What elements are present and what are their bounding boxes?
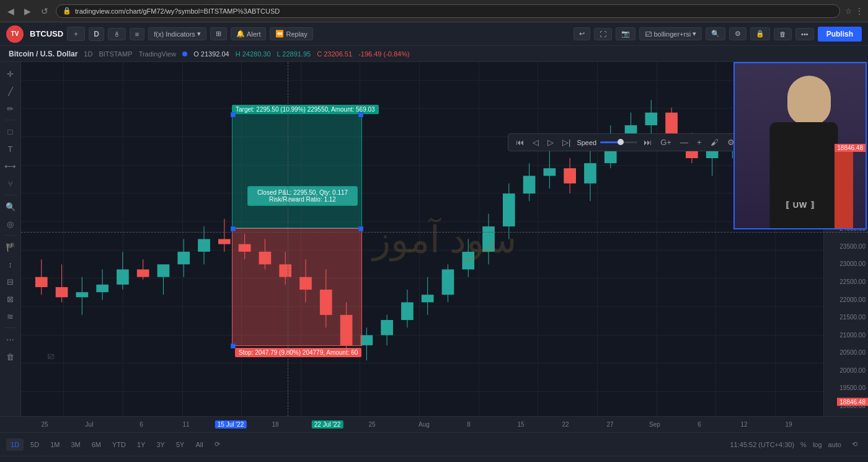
compare-replay-btn[interactable]: ⟳ [210,438,224,451]
time-label: 15 Jul '22 [215,420,247,429]
svg-rect-5 [76,292,89,297]
handle-tr[interactable] [358,112,363,117]
publish-button[interactable]: Publish [818,27,862,42]
replay-paint-btn[interactable]: 🖌 [708,136,721,148]
handle-bl2[interactable] [231,344,236,349]
lock-button[interactable]: 🔒 [750,27,770,40]
bollinger-label[interactable]: 🗠 bollinger+rsi ▾ [639,27,702,40]
ruler-tool[interactable]: ⊟ [2,273,19,290]
brush-tool[interactable]: ✏ [2,100,19,117]
back-button[interactable]: ◀ [5,5,17,17]
settings-button[interactable]: ⚙ [729,27,746,40]
time-label: Jul [86,421,94,428]
replay-play-btn[interactable]: ▷ [545,136,556,148]
timeframe-6m[interactable]: 6M [87,438,105,451]
magnet-tool[interactable]: ◎ [2,216,19,232]
replay-plus-btn[interactable]: + [694,136,704,148]
target-zone [232,113,362,228]
add-symbol-button[interactable]: ＋ [67,27,85,41]
alert-tool[interactable]: 🏴 [2,239,19,255]
price-label: 22500.00 [839,278,866,285]
cursor-tool[interactable]: ✛ [2,66,19,82]
alert-button[interactable]: 🔔 Alert [231,27,267,40]
timeframe-all[interactable]: All [191,438,207,451]
main-area: ✛ ╱ ✏ □ T ⟷ ⑂ 🔍 ◎ 🏴 ↕ ⊟ ⊠ ≋ ⋯ 🗑 سود آموز… [0,62,868,416]
browser-bar: ◀ ▶ ↺ 🔒 tradingview.com/chart/gFM72/wy?s… [0,0,868,22]
timeframe-5y[interactable]: 5Y [172,438,188,451]
timeframe-1y[interactable]: 1Y [133,438,149,451]
indicator-tool[interactable]: ⋯ [2,331,19,347]
interval-button[interactable]: D [89,27,104,41]
fullscreen-button[interactable]: ⛶ [594,28,612,40]
chart-area[interactable]: سود آموز ⏮ ◁ ▷ ▷| Speed ⏭ G+ — + 🖌 ⚙ 🔒 🗑… [21,62,868,416]
symbol-bar: Bitcoin / U.S. Dollar 1D BITSTAMP Tradin… [0,46,868,62]
fib-tool[interactable]: ⊠ [2,291,19,307]
pattern-tool[interactable]: ≋ [2,308,19,324]
text-tool[interactable]: T [2,141,19,157]
timeframe-5d[interactable]: 5D [26,438,43,451]
zoom-tool[interactable]: 🔍 [2,198,19,215]
refresh-button[interactable]: ↺ [38,5,51,17]
source-display: TradingView [139,50,177,58]
auto-btn[interactable]: ⟲ [848,438,862,451]
snapshot-button[interactable]: 📷 [616,27,636,40]
star-icon[interactable]: ☆ [845,7,852,16]
replay-controls-btn[interactable]: G+ [658,136,674,148]
templates-button[interactable]: ⊞ [210,27,227,40]
timeframe-3y[interactable]: 3Y [152,438,169,451]
search-button[interactable]: 🔍 [706,27,725,40]
svg-rect-37 [401,302,414,320]
compare-button[interactable]: ≡ [130,28,144,40]
handle-tl[interactable] [231,112,236,117]
replay-end-btn[interactable]: ⏭ [641,136,654,148]
replay-slider-handle[interactable] [618,139,624,145]
time-label: 22 Jul '22 [312,420,343,429]
pct-display: % [800,441,807,448]
address-bar[interactable]: 🔒 tradingview.com/chart/gFM72/wy?symbol=… [56,4,840,18]
replay-button[interactable]: ⏪ Replay [270,27,312,40]
webcam-overlay: ⟦ UW ⟧ 18000.00 18846.48 [733,62,867,229]
tab-pine-editor[interactable]: Pine Editor [76,459,128,463]
time-label: 12 [740,421,747,428]
handle-bl[interactable] [231,226,236,231]
handle-br[interactable] [358,226,363,231]
trash-tool[interactable]: 🗑 [2,349,19,365]
forward-button[interactable]: ▶ [22,5,33,17]
svg-rect-19 [218,239,231,244]
tv-toolbar: TV BTCUSD ＋ D 🕯 ≡ f(x) Indicators ▾ ⊞ 🔔 … [0,22,868,46]
timeframe-1m[interactable]: 1M [46,438,64,451]
menu-icon[interactable]: ⋮ [856,7,863,16]
svg-rect-47 [503,193,515,226]
timeframe-display: 1D [84,50,92,58]
svg-rect-49 [523,176,536,194]
stop-zone [232,228,362,346]
trade-info-line1: Closed P&L: 2295.50, Qty: 0.117 [253,189,352,196]
symbol-display[interactable]: BTCUSD [30,29,63,38]
tab-trading-panel[interactable]: Trading Panel [195,459,256,463]
replay-minus-btn[interactable]: — [678,136,691,148]
measure-tool[interactable]: ⟷ [2,158,19,174]
trade-info-box: Closed P&L: 2295.50, Qty: 0.117 Risk/Rew… [247,186,358,206]
tab-strategy-tester[interactable]: Strategy Tester [129,459,193,463]
time-label: 8 [467,421,471,428]
undo-button[interactable]: ↩ [574,27,590,40]
shapes-tool[interactable]: □ [2,123,19,140]
tab-crypto-screener[interactable]: Crypto Screener [6,459,75,463]
chart-type-button[interactable]: 🕯 [108,28,126,40]
replay-back-btn[interactable]: ⏮ [513,136,526,148]
delete-button[interactable]: 🗑 [774,28,792,40]
timeframe-3m[interactable]: 3M [66,438,84,451]
position-tool[interactable]: ↕ [2,256,19,272]
pitchfork-tool[interactable]: ⑂ [2,175,19,192]
replay-forward-btn[interactable]: ▷| [560,136,573,148]
divider2 [4,195,17,195]
timeframe-ytd[interactable]: YTD [108,438,130,451]
exchange-display: BITSTAMP [99,50,132,58]
more-button[interactable]: ••• [795,28,814,40]
indicators-button[interactable]: f(x) Indicators ▾ [148,27,206,40]
svg-rect-67 [706,151,719,158]
replay-step-back-btn[interactable]: ◁ [530,136,541,148]
trend-line-tool[interactable]: ╱ [2,83,19,99]
timeframe-1d[interactable]: 1D [6,438,24,451]
replay-speed-slider[interactable] [600,141,637,143]
